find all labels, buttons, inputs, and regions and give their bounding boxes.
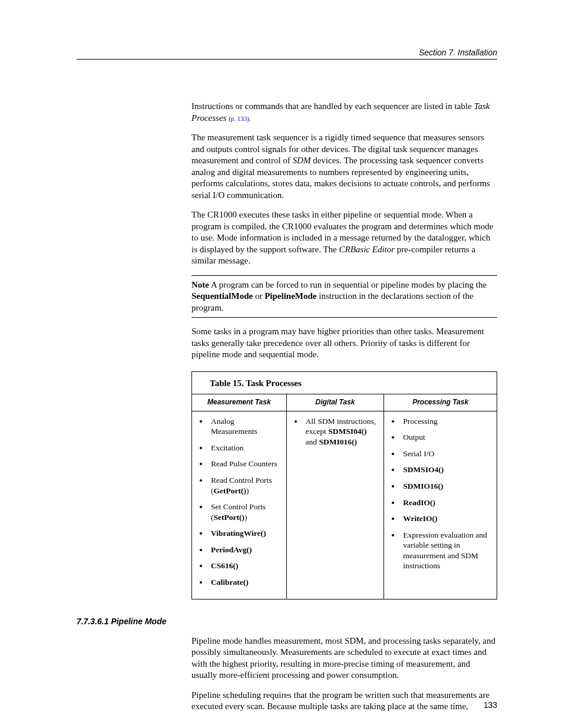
list-item: Calibrate() [209, 577, 282, 588]
list-item: Processing [401, 416, 492, 427]
text-bold: SetPort() [214, 513, 244, 522]
paragraph-priorities: Some tasks in a program may have higher … [191, 326, 497, 361]
text-bold: Calibrate() [211, 578, 249, 587]
page-number: 133 [484, 700, 497, 710]
list-item: All SDM instructions, except SDMSI04() a… [303, 416, 379, 447]
text: Instructions or commands that are handle… [191, 101, 474, 111]
text-italic: CRBasic Editor [339, 245, 395, 254]
text: Output [403, 433, 425, 442]
column-header-processing: Processing Task [384, 394, 497, 411]
note-label: Note [191, 280, 209, 289]
list-item: Serial I/O [401, 449, 492, 459]
text-bold: PeriodAvg() [211, 545, 252, 554]
text: Processing [403, 417, 438, 426]
page-reference-link[interactable]: (p. 133). [229, 115, 251, 122]
note-box: Note A program can be forced to run in s… [191, 275, 497, 318]
list-item: Expression evaluation and variable setti… [401, 530, 492, 571]
column-header-measurement: Measurement Task [192, 394, 287, 411]
text: or [253, 291, 265, 301]
text: and [306, 437, 319, 446]
column-body-processing: Processing Output Serial I/O SDMSIO4() S… [384, 411, 497, 599]
text-bold: SDMI016() [319, 437, 357, 446]
text: A program can be forced to run in sequen… [209, 280, 487, 289]
task-processes-table: Table 15. Task Processes Measurement Tas… [191, 371, 497, 600]
paragraph-sequencers: The measurement task sequencer is a rigi… [191, 132, 497, 201]
text: ) [244, 513, 247, 522]
text-bold: CS616() [211, 561, 239, 570]
text-bold: VibratingWire() [211, 529, 266, 538]
table-title: Table 15. Task Processes [192, 371, 497, 394]
text-bold: PipelineMode [265, 291, 316, 301]
paragraph-pipeline-2: Pipeline scheduling requires that the pr… [191, 690, 497, 713]
text: Read Pulse Counters [211, 459, 277, 468]
list-item: SDMSIO4() [401, 465, 492, 475]
text: ) [246, 486, 249, 495]
list-item: PeriodAvg() [209, 545, 282, 555]
paragraph-intro: Instructions or commands that are handle… [191, 101, 497, 124]
text: Excitation [211, 443, 243, 452]
text-bold: SDMSIO4() [403, 465, 444, 474]
column-header-digital: Digital Task [286, 394, 384, 411]
list-item: WriteIO() [401, 513, 492, 524]
running-header: Section 7. Installation [77, 47, 497, 60]
text-italic: SDM [293, 156, 311, 165]
text: Analog Measurements [211, 417, 257, 436]
list-item: ReadIO() [401, 498, 492, 508]
list-item: CS616() [209, 561, 282, 571]
text-bold: SDMSI04() [328, 427, 366, 436]
text: Serial I/O [403, 449, 434, 458]
list-item: SDMIO16() [401, 481, 492, 492]
text-bold: ReadIO() [403, 498, 435, 507]
paragraph-modes: The CR1000 executes these tasks in eithe… [191, 209, 497, 267]
paragraph-pipeline-1: Pipeline mode handles measurement, most … [191, 635, 497, 681]
text-bold: WriteIO() [403, 514, 437, 523]
text-bold: SequentialMode [191, 291, 253, 301]
column-body-digital: All SDM instructions, except SDMSI04() a… [286, 411, 384, 599]
list-item: VibratingWire() [209, 528, 282, 539]
text-bold: GetPort() [214, 486, 246, 495]
list-item: Excitation [209, 443, 282, 453]
list-item: Output [401, 432, 492, 443]
text-bold: SDMIO16() [403, 482, 443, 490]
list-item: Analog Measurements [209, 416, 282, 437]
text: Expression evaluation and variable setti… [403, 531, 487, 571]
section-heading-pipeline-mode: 7.7.3.6.1 Pipeline Mode [77, 616, 497, 627]
column-body-measurement: Analog Measurements Excitation Read Puls… [192, 411, 287, 599]
list-item: Read Control Ports (GetPort()) [209, 475, 282, 496]
list-item: Read Pulse Counters [209, 459, 282, 469]
list-item: Set Control Ports (SetPort()) [209, 502, 282, 522]
